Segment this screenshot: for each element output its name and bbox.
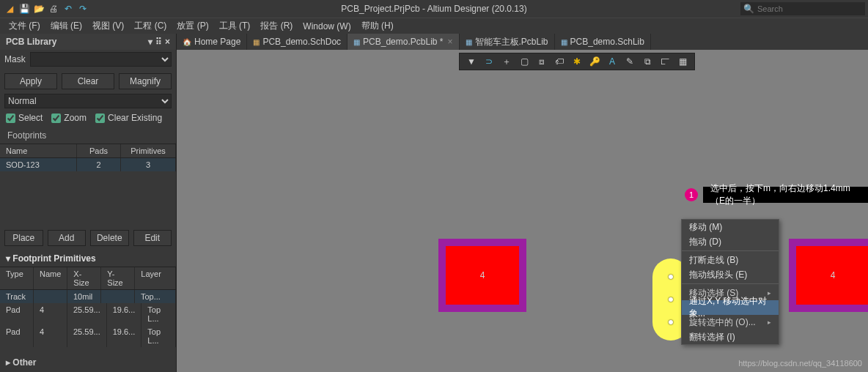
- primitives-grid: Type Name X-Size Y-Size Layer Track10mil…: [0, 267, 176, 347]
- pad-right[interactable]: 4: [789, 239, 868, 312]
- prim-row[interactable]: Pad425.59...19.6...Top L...: [0, 303, 176, 325]
- rect-icon[interactable]: ▢: [518, 56, 530, 67]
- doc-icon: ▦: [353, 38, 360, 46]
- titlebar: ◢ 💾 📂 🖨 ↶ ↷ PCB_Project.PrjPcb - Altium …: [0, 0, 868, 18]
- chk-clear-existing[interactable]: Clear Existing: [95, 113, 162, 123]
- col-pads[interactable]: Pads: [77, 144, 121, 157]
- menu-file[interactable]: 文件 (F): [4, 18, 45, 34]
- annotation-badge: 1: [685, 188, 698, 201]
- text-icon[interactable]: A: [606, 56, 618, 67]
- add-button[interactable]: Add: [48, 230, 87, 246]
- chk-zoom[interactable]: Zoom: [51, 113, 87, 123]
- logo-icon: ◢: [4, 4, 15, 14]
- apply-button[interactable]: Apply: [4, 73, 57, 89]
- prim-row[interactable]: Pad425.59...19.6...Top L...: [0, 325, 176, 347]
- close-tab-icon[interactable]: ×: [448, 37, 453, 47]
- key-icon[interactable]: 🔑: [589, 56, 600, 67]
- bar-icon[interactable]: ⧈: [536, 56, 548, 67]
- chk-select[interactable]: Select: [6, 113, 43, 123]
- pen-icon[interactable]: ✎: [624, 56, 636, 67]
- ctx-break[interactable]: 打断走线 (B): [682, 253, 779, 267]
- menubar: 文件 (F) 编辑 (E) 视图 (V) 工程 (C) 放置 (P) 工具 (T…: [0, 18, 868, 34]
- tag-icon[interactable]: 🏷: [553, 56, 565, 67]
- pin-icon[interactable]: ▾: [148, 37, 152, 47]
- save-icon[interactable]: 💾: [19, 4, 29, 14]
- menu-edit[interactable]: 编辑 (E): [46, 18, 87, 34]
- close-panel-icon[interactable]: ×: [165, 37, 170, 47]
- search-input[interactable]: [757, 4, 862, 13]
- panel-header: PCB Library ▾ ⠿ ×: [0, 34, 176, 50]
- chart-icon[interactable]: ⫍: [659, 56, 671, 67]
- ctx-drag[interactable]: 拖动 (D): [682, 234, 779, 249]
- redo-icon[interactable]: ↷: [78, 4, 88, 14]
- print-icon[interactable]: 🖨: [48, 4, 59, 14]
- tab-schdoc[interactable]: ▦PCB_demo.SchDoc: [247, 34, 347, 50]
- tab-smart[interactable]: ▦智能车主板.PcbLib: [460, 34, 555, 50]
- col-name[interactable]: Name: [0, 144, 77, 157]
- plus-icon[interactable]: ＋: [501, 56, 512, 67]
- place-button[interactable]: Place: [4, 230, 43, 246]
- doc-icon: ▦: [466, 38, 472, 46]
- menu-reports[interactable]: 报告 (R): [256, 18, 297, 34]
- home-icon: 🏠: [183, 38, 191, 46]
- gear-icon[interactable]: ✱: [571, 56, 583, 67]
- prim-row[interactable]: Track10milTop...: [0, 290, 176, 303]
- grid-icon[interactable]: ▦: [677, 56, 688, 67]
- menu-help[interactable]: 帮助 (H): [357, 18, 398, 34]
- menu-window[interactable]: Window (W): [298, 18, 355, 34]
- other-section[interactable]: Other: [0, 353, 176, 372]
- menu-view[interactable]: 视图 (V): [88, 18, 128, 34]
- active-toolbar: ▼ ⊃ ＋ ▢ ⧈ 🏷 ✱ 🔑 A ✎ ⧉ ⫍ ▦: [459, 53, 695, 70]
- ctx-drag-end[interactable]: 拖动线段头 (E): [682, 267, 779, 282]
- ctx-move-xy[interactable]: 通过X,Y 移动选中对象...: [682, 300, 779, 315]
- undo-icon[interactable]: ↶: [63, 4, 73, 14]
- footprint-row[interactable]: SOD-123 2 3: [0, 158, 176, 171]
- filter-icon[interactable]: ▼: [466, 56, 477, 67]
- mode-select[interactable]: Normal: [4, 94, 172, 108]
- left-panel: PCB Library ▾ ⠿ × Mask Apply Clear Magni…: [0, 34, 177, 372]
- footprints-label: Footprints: [0, 127, 176, 144]
- tab-pcblib[interactable]: ▦PCB_demo.PcbLib *×: [347, 34, 459, 50]
- ctx-flip[interactable]: 翻转选择 (I): [682, 330, 779, 344]
- doc-icon: ▦: [561, 38, 567, 46]
- open-icon[interactable]: 📂: [34, 4, 44, 14]
- mask-label: Mask: [4, 54, 26, 64]
- snap-icon[interactable]: ⊃: [483, 56, 495, 67]
- edit-button[interactable]: Edit: [133, 230, 172, 246]
- window-title: PCB_Project.PrjPcb - Altium Designer (20…: [0, 4, 868, 14]
- mask-select[interactable]: [30, 52, 172, 67]
- tab-home[interactable]: 🏠Home Page: [177, 34, 247, 50]
- col-prims[interactable]: Primitives: [121, 144, 176, 157]
- canvas[interactable]: 🏠Home Page ▦PCB_demo.SchDoc ▦PCB_demo.Pc…: [177, 34, 868, 372]
- annotation-text: 选中后，按下m，向右边移动1.4mm（E的一半）: [703, 187, 868, 203]
- footprints-grid: Name Pads Primitives SOD-123 2 3: [0, 144, 176, 171]
- doc-icon: ▦: [253, 38, 260, 46]
- dock-icon[interactable]: ⠿: [155, 37, 162, 47]
- watermark: https://blog.csdn.net/qq_34118600: [738, 359, 862, 368]
- menu-project[interactable]: 工程 (C): [130, 18, 171, 34]
- primitives-title[interactable]: Footprint Primitives: [0, 250, 176, 267]
- context-menu: 移动 (M) 拖动 (D) 打断走线 (B) 拖动线段头 (E) 移动选择 (S…: [681, 219, 779, 345]
- ctx-move[interactable]: 移动 (M): [682, 220, 779, 234]
- magnify-button[interactable]: Magnify: [119, 73, 172, 89]
- document-tabs: 🏠Home Page ▦PCB_demo.SchDoc ▦PCB_demo.Pc…: [177, 34, 868, 50]
- delete-button[interactable]: Delete: [90, 230, 129, 246]
- search-icon: 🔍: [743, 4, 754, 14]
- menu-tools[interactable]: 工具 (T): [215, 18, 255, 34]
- search-box[interactable]: 🔍: [740, 2, 865, 15]
- pad-left[interactable]: 4: [438, 239, 526, 312]
- menu-place[interactable]: 放置 (P): [172, 18, 213, 34]
- tab-schlib[interactable]: ▦PCB_demo.SchLib: [555, 34, 651, 50]
- panel-title: PCB Library: [6, 37, 56, 47]
- clear-button[interactable]: Clear: [62, 73, 114, 89]
- crop-icon[interactable]: ⧉: [641, 56, 653, 67]
